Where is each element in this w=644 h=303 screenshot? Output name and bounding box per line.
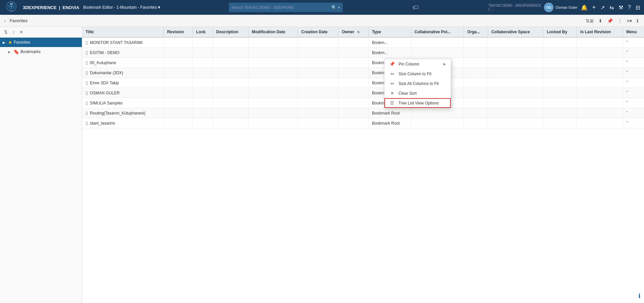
tools-icon[interactable]: ⚒ bbox=[617, 4, 625, 11]
ctx-size-column-fit[interactable]: ⇔ Size Column to Fit bbox=[384, 69, 451, 79]
tree-list-options-icon: ☰ bbox=[389, 100, 395, 105]
table-row: ▯Dokumanlar (3DX)Bookmark Root˅ bbox=[82, 68, 644, 78]
ctx-size-column-label: Size Column to Fit bbox=[398, 72, 446, 76]
cell-collaborative-space bbox=[488, 78, 543, 88]
connect-icon[interactable]: ⇆ bbox=[608, 4, 615, 11]
ctx-clear-sort[interactable]: ✕ Clear Sort bbox=[384, 88, 451, 98]
col-header-collaborative-policy[interactable]: Collaborative Pol... bbox=[411, 27, 464, 37]
cell-lock bbox=[193, 98, 213, 108]
col-header-description[interactable]: Description bbox=[213, 27, 248, 37]
add-icon[interactable]: + bbox=[591, 3, 597, 12]
cell-owner bbox=[338, 48, 369, 58]
col-header-lock[interactable]: Lock bbox=[193, 27, 213, 37]
cell-owner bbox=[338, 58, 369, 68]
cell-collaborative-space bbox=[488, 58, 543, 68]
cell-title: ▯EGITIM - DEMO bbox=[82, 48, 164, 58]
col-header-modification-date[interactable]: Modification Date bbox=[248, 27, 298, 37]
list-view-icon[interactable]: ≡▾ bbox=[625, 17, 634, 25]
left-panel-toolbar: ⇅ ↕ ✕ bbox=[0, 27, 82, 38]
row-type-icon: ▯ bbox=[86, 40, 88, 45]
cell-is-last-revision bbox=[577, 88, 623, 98]
download-icon[interactable]: ⬇ bbox=[597, 17, 604, 25]
tag-icon-button[interactable]: 🏷 bbox=[411, 3, 420, 12]
col-header-owner[interactable]: Owner ⇅ bbox=[338, 27, 369, 37]
cell-creation-date bbox=[298, 118, 338, 128]
help-icon[interactable]: ? bbox=[627, 4, 632, 11]
sort-icon-1[interactable]: ⇅⊞ bbox=[584, 17, 595, 25]
cell-menu[interactable]: ˅ bbox=[623, 88, 644, 98]
tenant-label: TEKYAZ DEMO - 3DEXPERIENCE | ... bbox=[488, 4, 542, 11]
collapse-icon[interactable]: ⊟ bbox=[634, 4, 641, 11]
sidebar-item-bookmarks[interactable]: ▶ 🔖 Bookmarks bbox=[0, 47, 82, 56]
tree-filter-icon[interactable]: ↕ bbox=[11, 29, 16, 35]
main-area: ⇅ ↕ ✕ ▶ ★ Favorites ▶ 🔖 Bookmarks Title bbox=[0, 27, 644, 303]
cell-organization bbox=[464, 88, 488, 98]
col-header-menu[interactable]: Menu bbox=[623, 27, 644, 37]
cell-creation-date bbox=[298, 48, 338, 58]
ctx-tree-list-view-options[interactable]: ☰ Tree List View Options bbox=[384, 98, 451, 108]
info-icon-toolbar[interactable]: ℹ bbox=[635, 17, 640, 25]
cell-modification-date bbox=[248, 68, 298, 78]
col-header-type[interactable]: Type bbox=[369, 27, 411, 37]
tree-close-icon[interactable]: ✕ bbox=[18, 29, 24, 35]
search-dropdown-icon[interactable]: ▾ bbox=[338, 5, 340, 10]
breadcrumb: Favorites bbox=[10, 18, 28, 23]
tree-sort-icon[interactable]: ⇅ bbox=[3, 29, 9, 35]
row-type-icon: ▯ bbox=[86, 90, 88, 95]
ctx-pin-column[interactable]: 📌 Pin Column ▶ bbox=[384, 59, 451, 69]
top-navbar: 3D V.R 3DEXPERIENCE | ENOVIA Bookmark Ed… bbox=[0, 0, 644, 15]
share-icon[interactable]: ↗ bbox=[599, 4, 606, 11]
cell-menu[interactable]: ˅ bbox=[623, 68, 644, 78]
pin-icon[interactable]: 📌 bbox=[605, 17, 614, 25]
row-type-icon: ▯ bbox=[86, 70, 88, 75]
row-type-icon: ▯ bbox=[86, 50, 88, 55]
search-icon[interactable]: 🔍 bbox=[331, 5, 337, 10]
col-header-revision[interactable]: Revision bbox=[164, 27, 193, 37]
cell-menu[interactable]: ˅ bbox=[623, 48, 644, 58]
col-header-organization[interactable]: Orga... bbox=[464, 27, 488, 37]
cell-locked-by bbox=[543, 68, 577, 78]
ctx-clear-sort-label: Clear Sort bbox=[398, 91, 446, 96]
sidebar-item-favorites[interactable]: ▶ ★ Favorites bbox=[0, 38, 82, 47]
table-row: ▯EGITIM - DEMOBookm...˅ bbox=[82, 48, 644, 58]
brand-logo[interactable]: 3D V.R bbox=[3, 1, 20, 14]
cell-organization bbox=[464, 58, 488, 68]
cell-revision bbox=[164, 88, 193, 98]
cell-collaborative-policy bbox=[411, 37, 464, 48]
ctx-tree-list-view-label: Tree List View Options bbox=[398, 101, 446, 105]
more-options-icon[interactable]: ⋮ bbox=[616, 17, 624, 25]
table-row: ▯MONITOR STANT TASARIMIBookm...˅ bbox=[82, 37, 644, 48]
cell-owner bbox=[338, 118, 369, 128]
row-type-icon: ▯ bbox=[86, 80, 88, 85]
cell-title: ▯00_Kutuphane bbox=[82, 58, 164, 68]
tree-arrow-bookmarks: ▶ bbox=[8, 50, 12, 54]
cell-owner bbox=[338, 88, 369, 98]
cell-menu[interactable]: ˅ bbox=[623, 118, 644, 128]
cell-collaborative-space bbox=[488, 68, 543, 78]
cell-collaborative-space bbox=[488, 108, 543, 118]
cell-creation-date bbox=[298, 108, 338, 118]
cell-menu[interactable]: ˅ bbox=[623, 37, 644, 48]
col-header-is-last-revision[interactable]: Is Last Revision bbox=[577, 27, 623, 37]
cell-menu[interactable]: ˅ bbox=[623, 78, 644, 88]
search-input[interactable] bbox=[231, 5, 330, 9]
back-arrow-icon[interactable]: ‹ bbox=[4, 18, 6, 24]
dropdown-arrow-icon[interactable]: ▾ bbox=[158, 5, 160, 10]
col-header-creation-date[interactable]: Creation Date bbox=[298, 27, 338, 37]
col-header-collaborative-space[interactable]: Collaborative Space bbox=[488, 27, 543, 37]
ctx-size-all-columns-fit[interactable]: ⇔ Size All Columns to Fit bbox=[384, 79, 451, 88]
cell-modification-date bbox=[248, 37, 298, 48]
cell-menu[interactable]: ˅ bbox=[623, 98, 644, 108]
cell-lock bbox=[193, 58, 213, 68]
cell-menu[interactable]: ˅ bbox=[623, 108, 644, 118]
col-header-title[interactable]: Title bbox=[82, 27, 164, 37]
star-icon: ★ bbox=[8, 40, 12, 45]
cell-modification-date bbox=[248, 108, 298, 118]
col-header-locked-by[interactable]: Locked By bbox=[543, 27, 577, 37]
info-corner-icon[interactable]: ℹ bbox=[638, 292, 641, 300]
cell-description bbox=[213, 37, 248, 48]
cell-creation-date bbox=[298, 37, 338, 48]
notification-icon[interactable]: 🔔 bbox=[580, 4, 589, 11]
cell-menu[interactable]: ˅ bbox=[623, 58, 644, 68]
context-menu[interactable]: 📌 Pin Column ▶ ⇔ Size Column to Fit ⇔ Si… bbox=[384, 59, 451, 108]
